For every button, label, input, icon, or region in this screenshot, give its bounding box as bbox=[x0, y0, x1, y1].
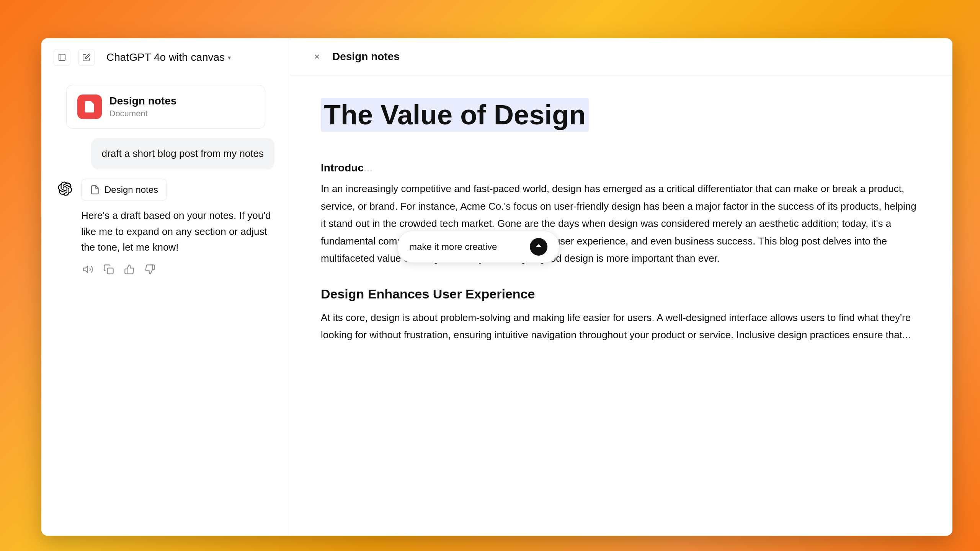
design-notes-btn-label: Design notes bbox=[105, 184, 158, 195]
section1: Design Enhances User Experience At its c… bbox=[321, 287, 922, 344]
sidebar-toggle-button[interactable] bbox=[54, 49, 70, 66]
assistant-content: Design notes Here's a draft based on you… bbox=[81, 179, 274, 276]
right-panel: × Design notes The Value of Design bbox=[290, 38, 952, 536]
thumbs-down-button[interactable] bbox=[143, 262, 157, 276]
close-button[interactable]: × bbox=[309, 49, 325, 64]
close-icon: × bbox=[314, 51, 320, 62]
audio-button[interactable] bbox=[81, 262, 95, 276]
header: ChatGPT 4o with canvas ▾ bbox=[41, 38, 290, 73]
inline-edit-box bbox=[397, 231, 559, 263]
svg-rect-5 bbox=[108, 268, 113, 274]
document-title: The Value of Design bbox=[321, 98, 589, 132]
inline-edit-input[interactable] bbox=[409, 241, 524, 252]
section1-paragraph: At its core, design is about problem-sol… bbox=[321, 309, 922, 344]
model-chevron-icon: ▾ bbox=[228, 54, 231, 61]
inline-edit-area: Introduc... In an increasingly competiti… bbox=[321, 162, 922, 267]
card-text: Design notes Document bbox=[109, 95, 177, 119]
document-title-wrapper: The Value of Design bbox=[321, 98, 589, 131]
edit-button[interactable] bbox=[78, 49, 95, 66]
model-name: ChatGPT 4o with canvas bbox=[106, 51, 225, 64]
design-notes-card: Design notes Document bbox=[66, 85, 265, 129]
assistant-response: Design notes Here's a draft based on you… bbox=[57, 179, 274, 276]
canvas-area: The Value of Design Introduc... In an in… bbox=[290, 75, 952, 536]
card-subtitle: Document bbox=[109, 109, 177, 119]
model-selector[interactable]: ChatGPT 4o with canvas ▾ bbox=[103, 49, 235, 66]
thumbs-up-button[interactable] bbox=[122, 262, 136, 276]
inline-send-button[interactable] bbox=[530, 238, 547, 256]
card-title: Design notes bbox=[109, 95, 177, 107]
user-message: draft a short blog post from my notes bbox=[91, 138, 274, 170]
assistant-text: Here's a draft based on your notes. If y… bbox=[81, 208, 274, 256]
assistant-avatar bbox=[57, 180, 74, 197]
section1-heading: Design Enhances User Experience bbox=[321, 287, 922, 302]
right-panel-title: Design notes bbox=[332, 51, 400, 63]
copy-button[interactable] bbox=[102, 262, 116, 276]
right-header: × Design notes bbox=[290, 38, 952, 75]
design-notes-response-button[interactable]: Design notes bbox=[81, 179, 167, 201]
feedback-icons bbox=[81, 262, 274, 276]
intro-heading: Introduc... bbox=[321, 162, 922, 174]
document-icon bbox=[83, 100, 96, 114]
svg-marker-4 bbox=[83, 266, 88, 272]
left-panel: ChatGPT 4o with canvas ▾ Design notes bbox=[41, 38, 290, 536]
doc-icon-background bbox=[77, 95, 102, 119]
svg-rect-0 bbox=[59, 54, 65, 61]
chat-area: Design notes Document draft a short blog… bbox=[41, 73, 290, 536]
app-window: ChatGPT 4o with canvas ▾ Design notes bbox=[41, 38, 952, 536]
